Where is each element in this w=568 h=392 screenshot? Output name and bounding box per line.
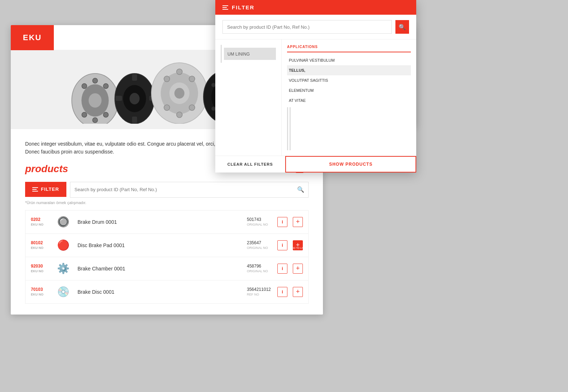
application-filter-item[interactable]: ELEMENTUM	[287, 85, 411, 95]
filter-overlay-title: FILTER	[232, 4, 254, 10]
filter-bar: FILTER 🔍	[25, 182, 309, 198]
left-divider	[221, 45, 222, 63]
svg-point-2	[89, 93, 102, 108]
filter-button[interactable]: FILTER	[25, 182, 66, 197]
product-orig-no: 235647ORIGINAL NO	[247, 240, 272, 250]
filter-right-panel: APPLICATIONS PULVINAR VESTIBULUMTELLUS,V…	[282, 39, 416, 156]
svg-point-23	[189, 105, 195, 110]
svg-point-22	[164, 105, 170, 110]
product-eku-no: 92030EKU NO	[31, 264, 49, 273]
clear-filters-button[interactable]: CLEAR ALL FILTERS	[215, 156, 285, 173]
svg-point-3	[82, 84, 87, 89]
svg-point-24	[177, 69, 182, 75]
product-note: *Ürün numaraları örnek çalışmadır.	[25, 200, 309, 205]
product-info-button[interactable]: i	[277, 264, 287, 274]
svg-rect-12	[132, 74, 137, 81]
product-add-button[interactable]: +	[293, 217, 303, 227]
svg-point-21	[189, 76, 195, 82]
product-eku-no: 80102EKU NO	[31, 240, 49, 250]
drum-lining-area: UM LINING	[221, 45, 276, 63]
svg-point-25	[177, 112, 182, 118]
show-products-button[interactable]: SHOW PRODUCTS	[285, 156, 416, 173]
filter-overlay: FILTER 🔍 UM LINING APPLICATIONS PULVINAR…	[215, 0, 416, 173]
product-name: Brake Chamber 0001	[78, 266, 241, 271]
product-eku-no: 70103EKU NO	[31, 287, 49, 297]
svg-point-20	[164, 76, 170, 82]
product-add-button[interactable]: +	[293, 264, 303, 274]
product-image: 🔘	[54, 215, 72, 229]
filter-overlay-hamburger-icon	[222, 5, 228, 10]
application-filter-item[interactable]: PULVINAR VESTIBULUM	[287, 55, 411, 65]
svg-point-4	[103, 84, 108, 89]
drum-lining-item[interactable]: UM LINING	[224, 48, 276, 60]
application-filter-item[interactable]: VOLUTPAT SAGITTIS	[287, 75, 411, 85]
product-image: 🔴	[54, 238, 72, 252]
product-name: Brake Disc 0001	[78, 289, 241, 295]
svg-point-11	[130, 93, 140, 104]
filter-body: UM LINING APPLICATIONS PULVINAR VESTIBUL…	[215, 39, 416, 156]
svg-rect-13	[132, 117, 137, 123]
filter-search-area: 🔍	[215, 15, 416, 39]
application-filter-item[interactable]: TELLUS,	[287, 65, 411, 75]
product-info-button[interactable]: i	[277, 217, 287, 227]
svg-point-8	[93, 118, 98, 123]
filter-left-panel: UM LINING	[215, 39, 282, 156]
filter-overlay-header: FILTER	[215, 0, 416, 15]
products-section: products PRODUCT ENQUIRY 6 ▾ FILTER 🔍 *Ü…	[11, 163, 323, 315]
product-search-button[interactable]: 🔍	[293, 182, 308, 197]
filter-hamburger-icon	[32, 187, 38, 192]
applications-list: PULVINAR VESTIBULUMTELLUS,VOLUTPAT SAGIT…	[287, 55, 411, 105]
product-table: 0202EKU NO 🔘 Brake Drum 0001 501743ORIGI…	[25, 210, 309, 304]
divider-1	[287, 107, 288, 150]
product-info-button[interactable]: i	[277, 287, 287, 297]
filter-search-input[interactable]	[222, 20, 392, 34]
svg-point-5	[82, 112, 87, 117]
product-name: Brake Drum 0001	[78, 219, 241, 225]
svg-rect-14	[116, 96, 122, 101]
filter-search-button[interactable]: 🔍	[395, 20, 409, 34]
svg-point-6	[103, 112, 108, 117]
product-orig-no: 458796ORIGINAL NO	[247, 264, 272, 273]
product-image: ⚙️	[54, 261, 72, 276]
applications-title: APPLICATIONS	[287, 45, 411, 52]
product-search-box: 🔍	[70, 182, 309, 198]
logo-box: EKU	[11, 25, 54, 50]
svg-point-7	[93, 78, 98, 83]
product-add-button[interactable]: +ADD TO LIST	[293, 240, 303, 250]
product-orig-no: 3564211012REF NO	[247, 287, 272, 297]
logo: EKU	[23, 33, 42, 42]
right-dividers	[287, 107, 411, 150]
product-search-input[interactable]	[70, 183, 293, 197]
application-filter-item[interactable]: AT VITAE	[287, 95, 411, 105]
product-info-button[interactable]: i	[277, 240, 287, 250]
drum-lining-text: UM LINING	[227, 52, 250, 57]
product-row: 92030EKU NO ⚙️ Brake Chamber 0001 458796…	[25, 257, 308, 280]
product-image: 💿	[54, 285, 72, 299]
product-name: Disc Brake Pad 0001	[78, 242, 241, 248]
filter-footer: CLEAR ALL FILTERS SHOW PRODUCTS	[215, 156, 416, 173]
product-row: 0202EKU NO 🔘 Brake Drum 0001 501743ORIGI…	[25, 211, 308, 234]
product-orig-no: 501743ORIGINAL NO	[247, 217, 272, 227]
products-title: products	[25, 163, 68, 175]
divider-2	[290, 107, 291, 150]
product-row: 70103EKU NO 💿 Brake Disc 0001 3564211012…	[25, 280, 308, 303]
svg-point-19	[174, 88, 184, 99]
product-add-button[interactable]: +	[293, 287, 303, 297]
product-eku-no: 0202EKU NO	[31, 217, 49, 227]
product-row: 80102EKU NO 🔴 Disc Brake Pad 0001 235647…	[25, 234, 308, 257]
